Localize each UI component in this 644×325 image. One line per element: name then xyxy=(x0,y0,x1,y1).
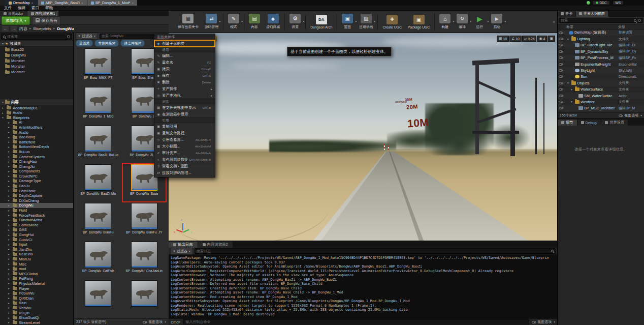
context-menu-item[interactable]: ? 查看文档 - 蓝图 xyxy=(154,163,215,169)
panel-tab[interactable]: 放置actor xyxy=(0,11,27,16)
menubar-item[interactable]: 编辑 xyxy=(18,6,25,11)
rotation-snap-control[interactable]: 10 xyxy=(509,36,522,42)
expander-arrow-icon[interactable] xyxy=(2,116,5,119)
toolbar-button[interactable]: 启动 xyxy=(488,13,505,30)
asset-item[interactable]: BP_DongWu_CatFish xyxy=(76,241,120,279)
expander-arrow-icon[interactable] xyxy=(8,155,11,158)
expander-arrow-icon[interactable] xyxy=(8,262,11,265)
expander-arrow-icon[interactable] xyxy=(8,233,11,237)
expander-arrow-icon[interactable] xyxy=(8,199,11,202)
toolbar-overflow-chevron[interactable]: » xyxy=(553,19,555,24)
back-button[interactable]: ← xyxy=(2,26,9,32)
asset-item[interactable]: BP_Boss_MMX_PT xyxy=(76,47,120,86)
folder-tree-item[interactable]: Rain xyxy=(0,301,73,306)
context-menu-item[interactable]: 引用 xyxy=(154,117,215,123)
folder-tree-item[interactable]: mod xyxy=(0,267,73,272)
folder-tree-item[interactable]: DataTable xyxy=(0,188,73,193)
asset-item[interactable]: BP_DongWu_BianFu xyxy=(76,202,120,241)
context-menu-item[interactable]: ✔ 审计资产... Alt+Shift+A xyxy=(154,150,215,156)
expander-arrow-icon[interactable] xyxy=(8,223,11,226)
console-command-input[interactable]: 输入控制台命令 xyxy=(183,319,529,324)
folder-tree-item[interactable]: RuQin xyxy=(0,310,73,315)
expander-arrow-icon[interactable] xyxy=(8,292,11,295)
folder-tree-item[interactable]: DongWu xyxy=(0,203,73,208)
breadcrumb-item[interactable]: Blueprints xyxy=(34,26,57,31)
actor-type-link[interactable]: Exponential xyxy=(619,63,643,66)
folder-tree-item[interactable]: AI xyxy=(0,120,73,125)
expander-arrow-icon[interactable] xyxy=(8,126,11,129)
expander-arrow-icon[interactable] xyxy=(8,282,11,285)
favorites-header[interactable]: ▾ ★ 收藏夹 xyxy=(0,41,73,47)
folder-tree-item[interactable]: StreamLevel xyxy=(0,320,73,325)
visibility-eye-icon[interactable] xyxy=(559,75,563,78)
expander-arrow-icon[interactable] xyxy=(8,297,11,300)
expander-arrow-icon[interactable] xyxy=(8,272,11,275)
expander-arrow-icon[interactable] xyxy=(8,268,11,271)
folder-tree-item[interactable]: GongHui xyxy=(0,232,73,238)
outliner-row[interactable]: SM_WaterSurfac Actor xyxy=(558,93,644,99)
expander-arrow-icon[interactable] xyxy=(8,209,11,212)
folder-tree-item[interactable]: Misc xyxy=(0,261,73,267)
expander-arrow-icon[interactable] xyxy=(8,170,11,173)
log-filter-button[interactable]: ▼ 过滤器 xyxy=(170,248,193,255)
toolbar-button[interactable]: 模式 xyxy=(223,13,242,30)
asset-item[interactable] xyxy=(76,279,120,318)
actor-type-link[interactable]: 文件夹 xyxy=(619,80,643,85)
context-menu-item[interactable]: ◆ 创建子蓝图类 xyxy=(154,40,215,47)
actor-type-link[interactable]: 世界设置 xyxy=(619,30,643,35)
expander-arrow-icon[interactable] xyxy=(8,302,11,305)
maximize-viewport-button[interactable] xyxy=(548,36,555,42)
grid-snap-control[interactable]: 10 xyxy=(497,36,509,42)
visibility-eye-icon[interactable] xyxy=(559,82,563,84)
expander-arrow-icon[interactable] xyxy=(8,311,11,314)
folder-tree-item[interactable]: BottomViewDepth xyxy=(0,144,73,150)
context-menu-item[interactable]: ✎ 重命名 F2 xyxy=(154,59,215,66)
outliner-row[interactable]: Objects 文件夹 xyxy=(558,80,644,86)
visibility-eye-icon[interactable] xyxy=(559,69,563,72)
expander-arrow-icon[interactable] xyxy=(8,136,11,139)
actor-type-link[interactable]: 编辑BP_M xyxy=(619,106,643,111)
visibility-eye-icon[interactable] xyxy=(559,50,563,53)
folder-tree-item[interactable]: DepthCapture xyxy=(0,193,73,198)
folder-tree-item[interactable]: Audio xyxy=(0,130,73,135)
actor-type-link[interactable]: Actor xyxy=(619,94,643,98)
visibility-eye-icon[interactable] xyxy=(559,101,563,103)
save-all-button[interactable]: 保存所有 xyxy=(32,16,61,25)
context-menu-item[interactable]: ▣ 拷贝 Ctrl+W xyxy=(154,66,215,72)
folder-tree-item[interactable]: Player xyxy=(0,286,73,291)
actor-type-link[interactable]: 文件夹 xyxy=(619,99,643,104)
expander-arrow-icon[interactable] xyxy=(8,287,11,290)
outliner-panel-tab[interactable]: 关卡 xyxy=(558,11,575,17)
outliner-row[interactable]: Sun DirectionalL xyxy=(558,74,644,80)
toolbar-button[interactable]: 蓝图 xyxy=(337,13,356,30)
folder-tree-item[interactable]: MianJu xyxy=(0,257,73,262)
visibility-eye-icon[interactable] xyxy=(559,95,563,97)
expander-arrow-icon[interactable] xyxy=(8,204,11,207)
toolbar-button[interactable]: 运行 xyxy=(471,13,488,30)
favorite-item[interactable]: DongWu xyxy=(0,52,73,58)
expander-arrow-icon[interactable] xyxy=(8,145,11,149)
folder-tree-item[interactable]: PeiFang xyxy=(0,276,73,281)
outliner-row[interactable]: SkyLight SkyLight xyxy=(558,67,644,73)
expander-arrow-icon[interactable] xyxy=(8,121,11,124)
expander-arrow-icon[interactable] xyxy=(571,100,574,103)
folder-tree-item[interactable]: BaoXiang xyxy=(0,135,73,140)
folder-tree-item[interactable]: DamageType xyxy=(0,179,73,184)
camera-speed-control[interactable]: 4 xyxy=(537,36,547,42)
visibility-eye-icon[interactable] xyxy=(559,56,563,59)
outliner-row[interactable]: ExponentialHeight Exponential xyxy=(558,61,644,67)
expander-arrow-icon[interactable] xyxy=(8,174,11,178)
context-menu-item[interactable]: ▦ 大小贴图... Alt+Shift+M xyxy=(154,143,215,150)
toolbar-button[interactable]: Package UGC xyxy=(405,14,433,29)
add-import-button[interactable]: 添加/导入 xyxy=(2,16,30,25)
column-type[interactable]: 类型 xyxy=(618,24,642,29)
context-menu-item[interactable]: 浏览 xyxy=(154,99,215,104)
folder-tree-item[interactable]: ShuaGuaiQi xyxy=(0,315,73,320)
toolbar-button[interactable]: Dungeon Arch xyxy=(305,14,335,29)
outliner-row[interactable]: Weather 文件夹 xyxy=(558,99,644,105)
context-menu-item[interactable]: ▦ 在文件夹视图中显示 Ctrl+B xyxy=(154,104,215,111)
toolbar-button[interactable]: 设置 xyxy=(284,13,304,30)
toolbar-button[interactable]: 保存当前关卡 xyxy=(175,13,202,30)
context-menu-item[interactable]: ◇ 引用查看器... Alt+Shift+R xyxy=(154,136,215,143)
expander-arrow-icon[interactable] xyxy=(8,160,11,163)
